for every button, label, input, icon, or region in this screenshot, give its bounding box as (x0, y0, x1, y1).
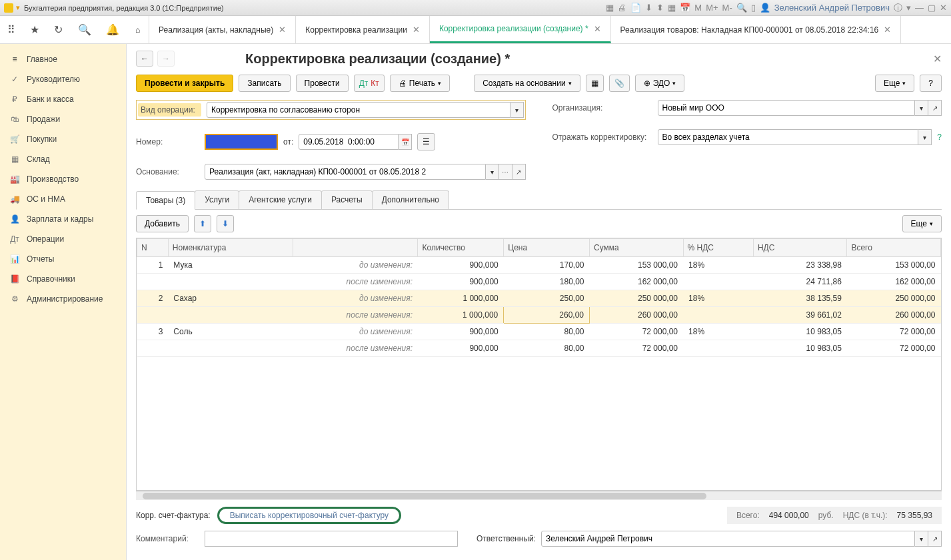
sidebar-item[interactable]: 📕Справочники (0, 269, 126, 289)
column-header[interactable]: Номенклатура (168, 239, 293, 257)
minimize-icon[interactable]: — (915, 3, 924, 13)
compare-icon[interactable]: ⬍ (656, 3, 664, 13)
column-header[interactable]: НДС (753, 239, 847, 257)
close-icon[interactable]: ✕ (884, 25, 891, 35)
save-icon[interactable]: ⬇ (645, 3, 652, 13)
dropdown-icon[interactable]: ▾ (915, 100, 928, 116)
tab[interactable]: Корректировка реализации (создание) *✕ (430, 16, 611, 43)
forward-button[interactable]: → (157, 51, 175, 67)
mplus-icon[interactable]: М+ (706, 3, 718, 13)
subtab[interactable]: Товары (3) (136, 191, 195, 210)
table-more-button[interactable]: Еще (902, 215, 942, 232)
m-icon[interactable]: М (694, 3, 702, 13)
create-based-button[interactable]: Создать на основании (474, 75, 580, 92)
dropdown-icon[interactable]: ▾ (918, 129, 932, 145)
price-edit-cell[interactable]: 260,00 (504, 307, 590, 324)
table-row[interactable]: 1Мукадо изменения:900,000170,00153 000,0… (137, 257, 941, 274)
sidebar-item[interactable]: ДтОперации (0, 229, 126, 249)
calendar-icon[interactable]: 📅 (399, 134, 412, 150)
corr-invoice-link[interactable]: Выписать корректировочный счет-фактуру (217, 507, 401, 524)
post-button[interactable]: Провести (296, 75, 349, 92)
column-header[interactable]: Количество (418, 239, 504, 257)
attach-button[interactable]: 📎 (609, 75, 630, 92)
sidebar-item[interactable]: ₽Банк и касса (0, 89, 126, 109)
open-icon[interactable]: ↗ (928, 531, 942, 547)
basis-input[interactable] (205, 164, 486, 180)
sidebar-item[interactable]: 👤Зарплата и кадры (0, 209, 126, 229)
open-icon[interactable]: ↗ (512, 164, 526, 180)
number-input[interactable] (205, 134, 278, 150)
dropdown-icon[interactable]: ▾ (906, 3, 911, 13)
more-button[interactable]: Еще (875, 75, 914, 92)
sidebar-item[interactable]: ≡Главное (0, 49, 126, 69)
star-icon[interactable]: ★ (30, 23, 39, 36)
table-row[interactable]: после изменения:900,00080,0072 000,0010 … (137, 340, 941, 357)
op-type-input[interactable] (207, 102, 510, 118)
close-icon[interactable]: ✕ (940, 3, 947, 13)
org-input[interactable] (658, 100, 916, 116)
apps-icon[interactable]: ⠿ (7, 23, 15, 36)
subtab[interactable]: Агентские услуги (239, 190, 322, 209)
move-down-button[interactable]: ⬇ (217, 215, 234, 232)
responsible-input[interactable] (541, 531, 915, 547)
sidebar-item[interactable]: ⚙Администрирование (0, 289, 126, 309)
tab[interactable]: Реализация товаров: Накладная КП00-00000… (611, 16, 902, 43)
table-row[interactable]: 3Сольдо изменения:900,00080,0072 000,001… (137, 324, 941, 340)
user-name[interactable]: Зеленский Андрей Петрович (774, 3, 890, 13)
doc-icon[interactable]: 📄 (630, 3, 641, 13)
close-icon[interactable]: ✕ (413, 25, 420, 35)
column-header[interactable]: N (137, 239, 169, 257)
sidebar-item[interactable]: ✓Руководителю (0, 69, 126, 89)
dropdown-icon[interactable]: ▾ (16, 3, 20, 12)
column-header[interactable]: % НДС (683, 239, 753, 257)
maximize-icon[interactable]: ▢ (928, 3, 936, 13)
move-up-button[interactable]: ⬆ (194, 215, 211, 232)
close-icon[interactable]: ✕ (594, 24, 601, 34)
tab[interactable]: Реализация (акты, накладные)✕ (149, 16, 296, 43)
sidebar-item[interactable]: 🛒Покупки (0, 129, 126, 149)
back-button[interactable]: ← (136, 51, 153, 67)
edo-button[interactable]: ⊕ ЭДО (635, 75, 685, 92)
date-input[interactable] (299, 134, 399, 150)
history-icon[interactable]: ↻ (54, 23, 63, 36)
reflect-input[interactable] (658, 129, 919, 145)
subtab[interactable]: Расчеты (321, 190, 373, 209)
home-tab[interactable]: ⌂ (127, 16, 149, 43)
dropdown-icon[interactable]: ▾ (915, 531, 928, 547)
print-icon[interactable]: 🖨 (618, 3, 626, 13)
column-header[interactable]: Сумма (590, 239, 684, 257)
info-icon[interactable]: ⓘ (894, 2, 902, 14)
post-and-close-button[interactable]: Провести и закрыть (136, 75, 233, 92)
search-icon[interactable]: 🔍 (78, 23, 91, 36)
help-button[interactable]: ? (920, 75, 942, 92)
more-icon[interactable]: ⋯ (499, 164, 512, 180)
mminus-icon[interactable]: М- (722, 3, 732, 13)
sidebar-item[interactable]: ▦Склад (0, 149, 126, 169)
open-icon[interactable]: ↗ (928, 100, 942, 116)
sidebar-item[interactable]: 🚚ОС и НМА (0, 189, 126, 209)
column-header[interactable] (293, 239, 418, 257)
column-header[interactable]: Цена (504, 239, 590, 257)
subtab[interactable]: Услуги (195, 190, 239, 209)
structure-button[interactable]: ▦ (586, 75, 604, 92)
close-page-icon[interactable]: ✕ (933, 53, 942, 65)
column-header[interactable]: Всего (847, 239, 941, 257)
list-icon[interactable]: ☰ (417, 133, 435, 150)
bell-icon[interactable]: 🔔 (106, 23, 119, 36)
table-row[interactable]: после изменения:900,000180,00162 000,002… (137, 274, 941, 290)
save-button[interactable]: Записать (239, 75, 290, 92)
table-row[interactable]: 2Сахардо изменения:1 000,000250,00250 00… (137, 290, 941, 307)
comment-input[interactable] (205, 531, 458, 547)
panel-icon[interactable]: ▯ (751, 3, 756, 13)
add-button[interactable]: Добавить (136, 215, 189, 232)
dropdown-icon[interactable]: ▾ (510, 102, 524, 118)
help-icon[interactable]: ? (937, 133, 942, 142)
horizontal-scrollbar[interactable] (136, 491, 942, 500)
print-button[interactable]: 🖨 Печать (390, 75, 450, 92)
sidebar-item[interactable]: 📊Отчеты (0, 249, 126, 269)
tool-icon[interactable]: ▦ (606, 3, 614, 13)
subtab[interactable]: Дополнительно (372, 190, 449, 209)
dropdown-icon[interactable]: ▾ (486, 164, 499, 180)
sidebar-item[interactable]: 🏭Производство (0, 169, 126, 189)
sidebar-item[interactable]: 🛍Продажи (0, 109, 126, 129)
